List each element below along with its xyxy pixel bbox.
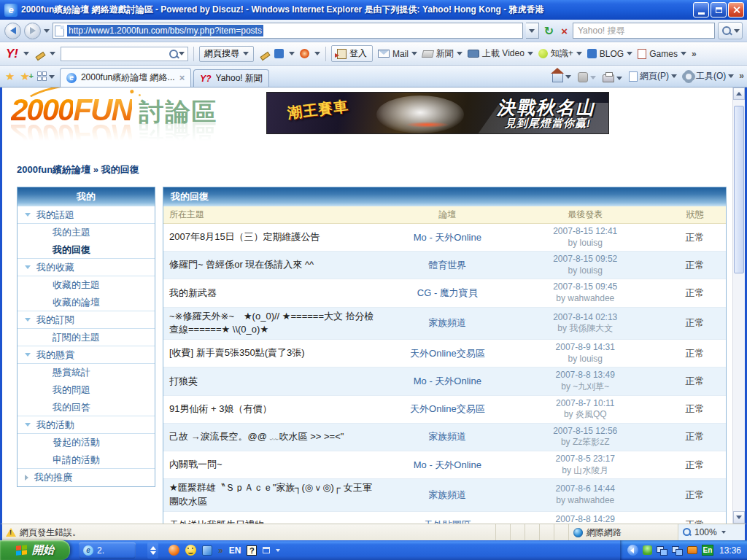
add-favorite-icon[interactable]: ★ — [19, 70, 31, 87]
forum-link[interactable]: 天外貼圖區 — [388, 518, 506, 524]
address-dropdown-button[interactable] — [526, 23, 539, 39]
pencil-caret[interactable] — [50, 52, 55, 55]
url-text[interactable]: http://www1.2000fun.com/bbs/my.php?item=… — [67, 25, 263, 36]
messenger-smiley-icon[interactable] — [185, 545, 196, 556]
toolbar-item-knowledge[interactable]: 知識+ — [538, 47, 582, 60]
language-indicator[interactable]: EN — [229, 545, 241, 556]
close-button[interactable] — [728, 2, 744, 18]
forum-link[interactable]: CG - 魔力寶貝 — [388, 287, 506, 300]
address-input[interactable]: http://www1.2000fun.com/bbs/my.php?item=… — [53, 23, 523, 39]
commandbar-overflow-button[interactable]: » — [739, 71, 744, 87]
signin-button[interactable]: 登入 — [331, 45, 373, 62]
zoom-control[interactable]: 100% — [678, 524, 745, 540]
breadcrumb-root-link[interactable]: 2000fun繽紛論壇 — [17, 164, 90, 175]
search-input[interactable]: Yahoo! 搜尋 — [573, 23, 715, 39]
toolbar-search-input[interactable] — [61, 47, 188, 61]
sidebar-item[interactable]: 收藏的論壇 — [18, 294, 155, 311]
scrollbar-track[interactable] — [733, 100, 745, 511]
forward-button[interactable] — [24, 23, 41, 39]
restore-button[interactable] — [711, 2, 727, 18]
pencil-icon[interactable] — [34, 49, 44, 59]
tools-menu-button[interactable]: 工具(O) — [682, 70, 737, 87]
topic-title-link[interactable]: 天外送比我既生日禮物 — [163, 516, 388, 524]
language-bar-window-icon[interactable] — [263, 547, 270, 553]
sidebar-item[interactable]: 我的主題 — [18, 224, 155, 241]
page-menu-button[interactable]: 網頁(P) — [627, 70, 680, 87]
refresh-button[interactable]: ↻ — [542, 24, 556, 38]
forum-link[interactable]: 天外Online交易區 — [388, 402, 506, 416]
ad-banner[interactable]: 潮王賽車 決戰秋名山 見到尾燈當你贏! — [266, 92, 609, 134]
sidebar-item[interactable]: 發起的活動 — [18, 434, 155, 451]
sidebar-item[interactable]: 我的推廣 — [18, 469, 155, 486]
forum-link[interactable]: 體育世界 — [388, 259, 506, 272]
tray-language-icon[interactable]: En — [702, 545, 713, 556]
expand-arrow-icon[interactable] — [25, 353, 31, 357]
post-author[interactable]: by 炎風QQ — [506, 409, 664, 421]
forum-link[interactable]: Mo - 天外Online — [388, 231, 506, 244]
tab-close-icon[interactable]: × — [179, 72, 185, 83]
post-author[interactable]: by louisg — [506, 354, 664, 365]
windows-icon[interactable] — [274, 49, 284, 58]
expand-arrow-icon[interactable] — [25, 265, 31, 269]
sidebar-item[interactable]: 我的回復 — [18, 241, 155, 259]
taskbar-overflow-button[interactable]: » — [218, 545, 223, 556]
minimize-button[interactable] — [693, 2, 709, 18]
stop-button[interactable]: × — [559, 25, 570, 37]
topic-title-link[interactable]: 我的新武器 — [163, 284, 388, 303]
sidebar-item[interactable]: 申請的活動 — [18, 451, 155, 469]
sidebar-item[interactable]: 我的收藏 — [18, 259, 155, 276]
toolbar-item-games[interactable]: Games — [638, 49, 686, 59]
sidebar-item[interactable]: 收藏的主題 — [18, 276, 155, 294]
buddy-online-icon[interactable] — [643, 545, 652, 555]
topic-title-link[interactable]: ★匯聚群雄〝ＳｐＡｃｅ"家族┐(◎ｖ◎)┌ 女王軍團吹水區 — [163, 479, 388, 511]
post-author[interactable]: by louisg — [506, 265, 664, 277]
expand-arrow-icon[interactable] — [25, 213, 31, 217]
yahoo-menu-caret[interactable] — [23, 52, 29, 55]
tray-app-orange-icon[interactable] — [169, 545, 179, 556]
quick-tabs-button[interactable] — [34, 71, 58, 87]
topic-title-link[interactable]: 修羅門~ 曾經係or 現在係請入來 ^^ — [163, 256, 388, 274]
tab-yahoo-news[interactable]: Y? Yahoo! 新聞 — [193, 69, 269, 87]
sidebar-item[interactable]: 我的活動 — [18, 416, 155, 434]
language-bar-caret[interactable] — [276, 549, 280, 552]
ie-taskbar-button[interactable]: e 2. — [79, 542, 136, 559]
sidebar-item[interactable]: 我的話題 — [18, 206, 155, 224]
toolbar-overflow-button[interactable]: » — [692, 49, 697, 59]
post-author[interactable]: by wahwahdee — [506, 495, 664, 507]
forum-link[interactable]: 家族頻道 — [388, 316, 506, 330]
topic-title-link[interactable]: [收費] 新手賣5張350點(賣了3張) — [163, 344, 388, 362]
back-button[interactable] — [4, 23, 21, 39]
forum-link[interactable]: 家族頻道 — [388, 489, 506, 502]
expand-arrow-icon[interactable] — [25, 318, 31, 322]
forum-link[interactable]: 天外Online交易區 — [388, 347, 506, 360]
feeds-button[interactable] — [576, 72, 599, 87]
favorites-star-icon[interactable]: ★ — [3, 70, 17, 87]
sidebar-item[interactable]: 我的訂閱 — [18, 311, 155, 329]
mail-notifier-icon[interactable] — [687, 546, 697, 554]
tab-2000fun[interactable]: e 2000fun繽紛論壇 網絡... × — [60, 68, 191, 87]
expand-arrow-icon[interactable] — [25, 423, 31, 427]
target-icon[interactable] — [300, 49, 309, 58]
post-author[interactable]: by 我係陳大文 — [506, 323, 664, 335]
site-logo[interactable]: 2000FUN 討論區 2000FUN 討論區 — [11, 95, 217, 150]
toolbar-scroll-arrows[interactable] — [147, 542, 158, 559]
history-dropdown-icon[interactable] — [44, 29, 50, 33]
toolbar-item-video[interactable]: 上載 Video — [468, 47, 533, 60]
home-button[interactable] — [551, 71, 574, 87]
sidebar-item[interactable]: 我的回答 — [18, 399, 155, 416]
web-search-button[interactable]: 網頁搜尋 — [199, 46, 254, 62]
sidebar-item[interactable]: 我的問題 — [18, 381, 155, 399]
language-help-icon[interactable]: ? — [247, 545, 257, 556]
post-author[interactable]: by ~九刈草~ — [506, 381, 664, 393]
topic-title-link[interactable]: 91男仙術 + 3娘（有價） — [163, 400, 388, 419]
network-icon-2[interactable] — [672, 546, 683, 555]
post-author[interactable]: by louisg — [506, 238, 664, 249]
forum-link[interactable]: 家族頻道 — [388, 430, 506, 443]
scrollbar-thumb[interactable] — [734, 106, 744, 273]
toolbar-item-mail[interactable]: Mail — [378, 49, 417, 59]
sidebar-item[interactable]: 我的懸賞 — [18, 346, 155, 364]
scroll-down-button[interactable] — [733, 511, 745, 524]
sidebar-item[interactable]: 懸賞統計 — [18, 364, 155, 381]
topic-title-link[interactable]: 打狼英 — [163, 373, 388, 391]
collapse-arrow-icon[interactable] — [25, 475, 28, 481]
